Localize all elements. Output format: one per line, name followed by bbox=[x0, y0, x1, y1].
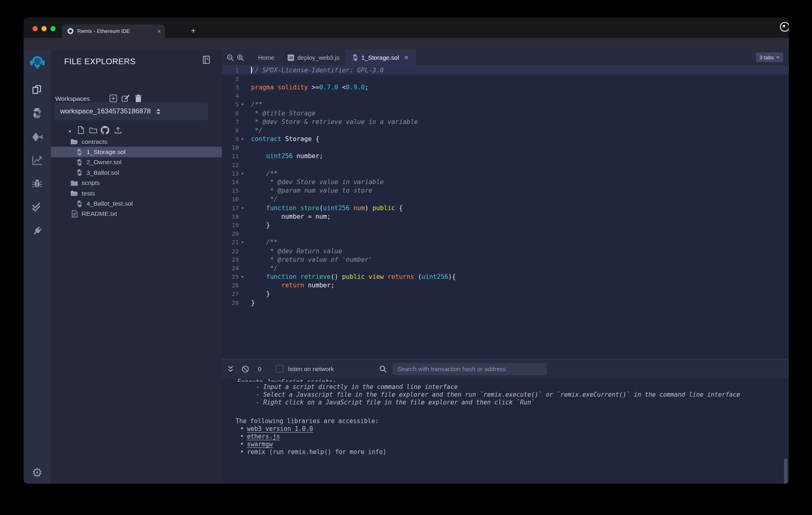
code-editor[interactable]: 1// SPDX-License-Identifier: GPL-3.023pr… bbox=[222, 66, 789, 307]
settings-gear-icon[interactable]: ⚙ bbox=[24, 465, 51, 481]
zoom-out-icon[interactable] bbox=[227, 54, 234, 61]
tree-item-2-owner-sol[interactable]: 2_Owner.sol bbox=[51, 157, 222, 167]
analysis-icon[interactable] bbox=[24, 152, 51, 168]
profile-icon[interactable] bbox=[780, 22, 789, 32]
new-file-icon[interactable] bbox=[78, 126, 84, 134]
code-line-13[interactable]: 13▼ /** bbox=[222, 169, 789, 178]
terminal-scrollbar[interactable] bbox=[784, 459, 788, 484]
code-line-10[interactable]: 10 bbox=[222, 143, 789, 152]
code-line-21[interactable]: 21▼ /** bbox=[222, 238, 789, 247]
fold-caret-icon[interactable]: ▼ bbox=[239, 206, 246, 210]
code-line-27[interactable]: 27 } bbox=[222, 290, 789, 298]
terminal-link[interactable]: •swarmgw bbox=[240, 441, 273, 448]
code-line-11[interactable]: 11 uint256 number; bbox=[222, 152, 789, 161]
tree-item-scripts[interactable]: scripts bbox=[51, 178, 222, 188]
line-number: 21 bbox=[222, 239, 239, 246]
tabs-count-badge[interactable]: 3 tabs bbox=[756, 52, 783, 62]
doc-menu-icon[interactable] bbox=[202, 55, 210, 64]
code-line-15[interactable]: 15 * @param num value to store bbox=[222, 187, 789, 195]
traffic-close-button[interactable] bbox=[32, 26, 38, 31]
solidity-icon bbox=[75, 149, 83, 156]
plugin-manager-icon[interactable] bbox=[24, 223, 51, 239]
browser-toolbar: remix.ethereum.org/#optimize=false&runs=… bbox=[24, 38, 789, 50]
tree-item-tests[interactable]: tests bbox=[51, 188, 222, 198]
tree-item-contracts[interactable]: contracts bbox=[51, 137, 222, 147]
editor-tab-home[interactable]: Home bbox=[248, 50, 281, 65]
code-line-8[interactable]: 8 */ bbox=[222, 126, 789, 135]
zoom-in-icon[interactable] bbox=[237, 54, 244, 61]
traffic-minimize-button[interactable] bbox=[41, 26, 47, 31]
listen-network-checkbox[interactable] bbox=[276, 365, 284, 373]
deploy-run-icon[interactable] bbox=[24, 129, 51, 145]
remix-favicon-icon bbox=[67, 28, 74, 34]
new-tab-button[interactable]: + bbox=[191, 27, 196, 35]
code-line-4[interactable]: 4 bbox=[222, 92, 789, 100]
workspace-select[interactable]: workspace_16345735186878 bbox=[54, 102, 208, 120]
solidity-icon bbox=[75, 200, 83, 207]
close-tab-icon[interactable]: ✕ bbox=[404, 54, 409, 61]
code-line-2[interactable]: 2 bbox=[222, 74, 789, 83]
editor-tab-1-storage-sol[interactable]: 1_Storage.sol✕ bbox=[346, 50, 416, 65]
collapse-terminal-icon[interactable] bbox=[227, 365, 234, 372]
code-line-6[interactable]: 6 * @title Storage bbox=[222, 109, 789, 117]
workspace-name: workspace_16345735186878 bbox=[60, 107, 151, 115]
code-line-25[interactable]: 25▼ function retrieve() public view retu… bbox=[222, 273, 789, 281]
code-line-24[interactable]: 24 */ bbox=[222, 264, 789, 272]
code-line-12[interactable]: 12 bbox=[222, 161, 789, 169]
rename-workspace-icon[interactable] bbox=[121, 94, 130, 102]
code-line-20[interactable]: 20 bbox=[222, 230, 789, 238]
github-icon[interactable] bbox=[101, 126, 109, 135]
tree-item-4-ballot-test-sol[interactable]: 4_Ballot_test.sol bbox=[51, 198, 222, 209]
delete-workspace-icon[interactable] bbox=[135, 94, 142, 102]
line-number: 22 bbox=[222, 248, 239, 254]
code-line-23[interactable]: 23 * @return value of 'number' bbox=[222, 255, 789, 264]
code-line-18[interactable]: 18 number = num; bbox=[222, 212, 789, 221]
terminal-link[interactable]: •web3 version 1.0.0 bbox=[240, 425, 313, 432]
code-line-3[interactable]: 3pragma solidity >=0.7.0 <0.9.0; bbox=[222, 83, 789, 91]
tabs-count-label: 3 tabs bbox=[760, 54, 774, 61]
tree-item-label: contracts bbox=[82, 138, 107, 146]
browser-tab[interactable]: Remix - Ethereum IDE × bbox=[62, 24, 165, 38]
code-line-5[interactable]: 5▼/** bbox=[222, 100, 789, 109]
code-line-1[interactable]: 1// SPDX-License-Identifier: GPL-3.0 bbox=[222, 66, 789, 74]
tree-item-3-ballot-sol[interactable]: 3_Ballot.sol bbox=[51, 167, 222, 178]
create-workspace-icon[interactable] bbox=[109, 94, 117, 102]
code-line-16[interactable]: 16 */ bbox=[222, 195, 789, 204]
fold-caret-icon[interactable]: ▼ bbox=[239, 137, 246, 141]
code-line-7[interactable]: 7 * @dev Store & retrieve value in a var… bbox=[222, 117, 789, 126]
collapse-caret-icon[interactable]: ▾ bbox=[69, 128, 71, 134]
editor-tab-deploy-web3-js[interactable]: JSdeploy_web3.js bbox=[281, 50, 346, 65]
transaction-search-input[interactable] bbox=[392, 363, 547, 375]
new-folder-icon[interactable] bbox=[89, 127, 97, 134]
clear-console-icon[interactable] bbox=[242, 365, 249, 373]
code-line-9[interactable]: 9▼contract Storage { bbox=[222, 135, 789, 143]
fold-caret-icon[interactable]: ▼ bbox=[239, 102, 246, 106]
code-line-22[interactable]: 22 * @dev Return value bbox=[222, 247, 789, 255]
debugger-icon[interactable] bbox=[24, 175, 51, 191]
tree-item-1-storage-sol[interactable]: 1_Storage.sol bbox=[51, 147, 222, 157]
listen-network-label: listen on network bbox=[288, 365, 334, 372]
editor-tab-label: 1_Storage.sol bbox=[361, 54, 399, 61]
code-line-14[interactable]: 14 * @dev Store value in variable bbox=[222, 178, 789, 186]
tree-item-readme-txt[interactable]: README.txt bbox=[51, 209, 222, 219]
traffic-zoom-button[interactable] bbox=[50, 26, 56, 31]
remix-logo-icon[interactable] bbox=[24, 54, 51, 71]
fold-caret-icon[interactable]: ▼ bbox=[239, 172, 246, 176]
file-explorer-icon[interactable] bbox=[24, 81, 51, 98]
close-tab-icon[interactable]: × bbox=[158, 28, 161, 35]
tree-item-label: 3_Ballot.sol bbox=[87, 169, 119, 176]
file-explorer-panel: FILE EXPLORERS Workspaces workspace_1634… bbox=[51, 50, 222, 484]
code-line-17[interactable]: 17▼ function store(uint256 num) public { bbox=[222, 204, 789, 212]
code-line-26[interactable]: 26 return number; bbox=[222, 281, 789, 290]
terminal-link[interactable]: •ethers.js bbox=[240, 433, 280, 440]
fold-caret-icon[interactable]: ▼ bbox=[239, 275, 246, 279]
code-line-28[interactable]: 28} bbox=[222, 298, 789, 307]
upload-file-icon[interactable] bbox=[114, 126, 122, 134]
solidity-icon bbox=[353, 54, 358, 61]
code-line-19[interactable]: 19 } bbox=[222, 221, 789, 229]
fold-caret-icon[interactable]: ▼ bbox=[239, 240, 246, 244]
folder-closed-icon bbox=[70, 180, 78, 186]
terminal-output[interactable]: • Execute JavaScript scripts: - Input a … bbox=[222, 378, 789, 484]
solidity-compiler-icon[interactable] bbox=[24, 105, 51, 121]
unit-testing-icon[interactable] bbox=[24, 199, 51, 215]
